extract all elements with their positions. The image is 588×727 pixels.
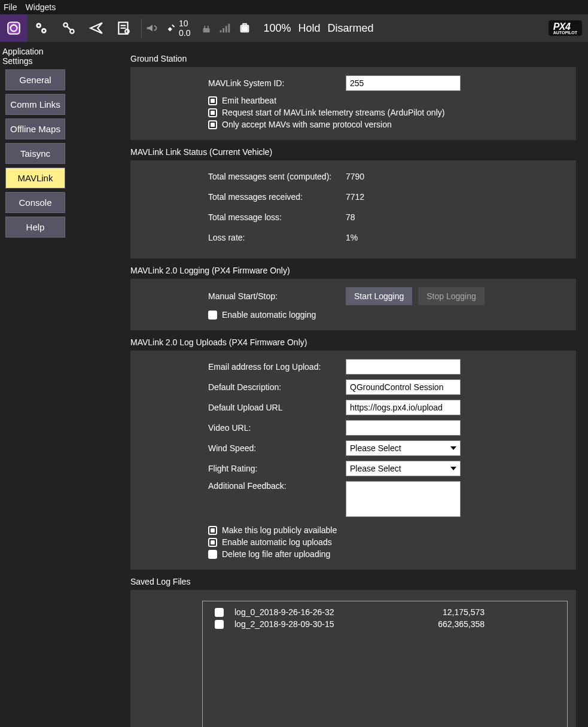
rate-value: 1% (346, 233, 358, 242)
desc-label: Default Description: (208, 382, 346, 392)
link-status-title: MAVLink Link Status (Current Vehicle) (130, 147, 576, 157)
wind-value: Please Select (350, 443, 401, 453)
sidebar-item-commlinks[interactable]: Comm Links (5, 94, 65, 115)
app-settings-icon[interactable] (0, 14, 28, 42)
protocol-version-label: Only accept MAVs with same protocol vers… (222, 120, 392, 129)
menu-bar: File Widgets (0, 0, 588, 14)
rating-select[interactable]: Please Select (346, 461, 461, 476)
request-streams-checkbox[interactable]: Request start of MAVLink telemetry strea… (208, 108, 564, 117)
checkbox-icon (208, 550, 217, 559)
svg-rect-17 (242, 26, 248, 31)
checkbox-icon (208, 526, 217, 535)
svg-point-5 (43, 30, 45, 32)
auto-logging-label: Enable automatic logging (222, 310, 316, 320)
sidebar-item-general[interactable]: General (5, 69, 65, 90)
signal-icon[interactable] (218, 22, 231, 35)
desc-input[interactable] (346, 379, 461, 395)
battery-percent: 100% (263, 22, 291, 35)
svg-rect-14 (229, 24, 230, 33)
emit-heartbeat-checkbox[interactable]: Emit heartbeat (208, 96, 564, 105)
wind-select[interactable]: Please Select (346, 440, 461, 456)
sidebar-title: Application Settings (0, 44, 71, 69)
rc-icon[interactable] (200, 22, 213, 35)
stop-logging-button[interactable]: Stop Logging (418, 287, 485, 305)
sidebar-item-help[interactable]: Help (5, 217, 65, 238)
checkbox-icon (208, 96, 217, 105)
log-checkbox[interactable] (215, 620, 224, 629)
saved-title: Saved Log Files (130, 577, 576, 586)
svg-rect-0 (8, 22, 20, 34)
loss-label: Total message loss: (208, 212, 346, 222)
log-row[interactable]: log_0_2018-9-26-16-26-32 12,175,573 (215, 607, 555, 617)
autoupload-label: Enable automatic log uploads (222, 537, 332, 547)
saved-panel: log_0_2018-9-26-16-26-32 12,175,573 log_… (130, 590, 576, 727)
analyze-icon[interactable] (110, 14, 138, 42)
uploads-title: MAVLink 2.0 Log Uploads (PX4 Firmware On… (130, 337, 576, 347)
megaphone-icon[interactable] (145, 22, 159, 35)
waypoint-icon[interactable] (55, 14, 83, 42)
feedback-textarea[interactable] (346, 481, 461, 517)
wind-label: Wind Speed: (208, 443, 346, 453)
sysid-label: MAVLink System ID: (208, 78, 346, 88)
svg-rect-13 (226, 26, 227, 32)
link-status-panel: Total messages sent (computed):7790 Tota… (130, 160, 576, 258)
svg-point-4 (38, 25, 39, 26)
svg-rect-12 (223, 28, 225, 32)
url-input[interactable] (346, 400, 461, 415)
sent-value: 7790 (346, 172, 364, 181)
menu-file[interactable]: File (4, 2, 17, 12)
log-filename: log_0_2018-9-26-16-26-32 (234, 607, 414, 617)
email-label: Email address for Log Upload: (208, 362, 346, 372)
checkbox-icon (208, 311, 217, 320)
main-content: Ground Station MAVLink System ID: Emit h… (71, 42, 588, 727)
email-input[interactable] (346, 359, 461, 375)
satellite-icon[interactable] (164, 22, 178, 35)
recv-value: 7712 (346, 192, 364, 202)
svg-rect-16 (243, 24, 247, 26)
auto-logging-checkbox[interactable]: Enable automatic logging (208, 310, 564, 320)
ground-station-panel: MAVLink System ID: Emit heartbeat Reques… (130, 67, 576, 140)
sidebar-item-taisync[interactable]: Taisync (5, 143, 65, 164)
request-streams-label: Request start of MAVLink telemetry strea… (222, 108, 444, 117)
rate-label: Loss rate: (208, 233, 346, 242)
checkbox-icon (208, 120, 217, 129)
caret-down-icon (450, 446, 456, 450)
manual-label: Manual Start/Stop: (208, 291, 346, 301)
public-checkbox[interactable]: Make this log publicly available (208, 525, 564, 535)
checkbox-icon (208, 108, 217, 117)
recv-label: Total messages received: (208, 192, 346, 202)
video-label: Video URL: (208, 423, 346, 433)
armed-state[interactable]: Disarmed (328, 22, 374, 35)
delete-after-label: Delete log file after uploading (222, 549, 330, 559)
sidebar-item-mavlink[interactable]: MAVLink (5, 168, 65, 188)
sidebar-item-console[interactable]: Console (5, 192, 65, 213)
video-input[interactable] (346, 420, 461, 436)
menu-widgets[interactable]: Widgets (26, 2, 56, 12)
gps-status: 10 0.0 (179, 19, 190, 38)
px4-logo: PX4 AUTOPILOT (549, 20, 582, 36)
sidebar: Application Settings General Comm Links … (0, 42, 71, 727)
autoupload-checkbox[interactable]: Enable automatic log uploads (208, 537, 564, 547)
toolbar-divider (141, 19, 142, 38)
sysid-input[interactable] (346, 75, 461, 91)
flight-mode[interactable]: Hold (298, 22, 321, 35)
log-checkbox[interactable] (215, 608, 224, 617)
rating-label: Flight Rating: (208, 464, 346, 473)
log-filesize: 662,365,358 (425, 619, 485, 629)
battery-icon[interactable] (238, 22, 251, 35)
loss-value: 78 (346, 212, 355, 222)
plane-icon[interactable] (83, 14, 110, 42)
gears-icon[interactable] (28, 14, 55, 42)
url-label: Default Upload URL (208, 403, 346, 412)
feedback-label: Additional Feedback: (208, 481, 346, 491)
log-list: log_0_2018-9-26-16-26-32 12,175,573 log_… (202, 601, 568, 727)
emit-heartbeat-label: Emit heartbeat (222, 96, 276, 105)
protocol-version-checkbox[interactable]: Only accept MAVs with same protocol vers… (208, 120, 564, 129)
delete-after-checkbox[interactable]: Delete log file after uploading (208, 549, 564, 559)
toolbar: 10 0.0 100% Hold Disarmed PX4 AUTOPILOT (0, 14, 588, 42)
start-logging-button[interactable]: Start Logging (346, 287, 412, 305)
sent-label: Total messages sent (computed): (208, 172, 346, 181)
log-row[interactable]: log_2_2018-9-28-09-30-15 662,365,358 (215, 619, 555, 629)
sidebar-item-offlinemaps[interactable]: Offline Maps (5, 118, 65, 139)
caret-down-icon (450, 467, 456, 470)
